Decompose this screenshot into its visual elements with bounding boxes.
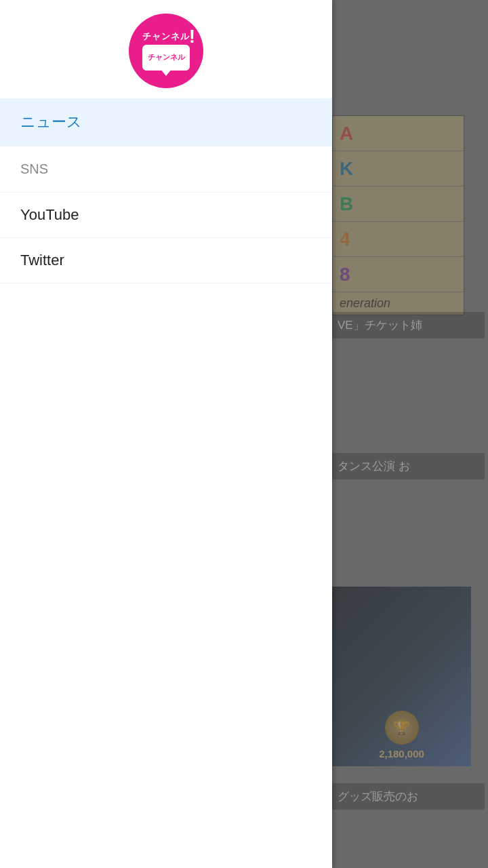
drawer-overlay: チャンネル チャンネル ! ニュース SNS YouTube Twitter: [0, 0, 488, 868]
menu-item-news[interactable]: ニュース: [0, 98, 332, 146]
menu-news-label: ニュース: [20, 113, 82, 130]
drawer-dim[interactable]: [332, 0, 488, 868]
menu-item-youtube[interactable]: YouTube: [0, 193, 332, 238]
menu-item-twitter[interactable]: Twitter: [0, 238, 332, 283]
logo-chat-bubble: チャンネル: [142, 45, 190, 71]
logo-top-text: チャンネル: [142, 31, 190, 43]
logo-exclaim: !: [189, 26, 195, 47]
logo-channel-text: チャンネル: [148, 52, 185, 62]
menu-twitter-label: Twitter: [20, 252, 64, 269]
drawer-panel: チャンネル チャンネル ! ニュース SNS YouTube Twitter: [0, 0, 332, 868]
menu-youtube-label: YouTube: [20, 206, 79, 223]
logo-area: チャンネル チャンネル !: [0, 0, 332, 98]
menu-sns-label: SNS: [20, 161, 48, 176]
logo-circle: チャンネル チャンネル !: [129, 14, 203, 88]
menu-item-sns[interactable]: SNS: [0, 146, 332, 193]
